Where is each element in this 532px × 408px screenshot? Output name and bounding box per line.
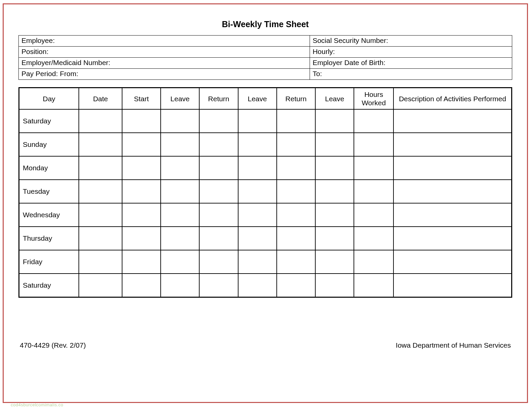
table-row: Saturday	[19, 274, 512, 297]
table-row: Sunday	[19, 133, 512, 156]
document-frame: Bi-Weekly Time Sheet Employee: Social Se…	[3, 3, 528, 403]
col-leave-2: Leave	[238, 88, 277, 110]
col-date: Date	[79, 88, 122, 110]
cell	[79, 250, 122, 274]
employer-medicaid-label: Employer/Medicaid Number:	[19, 58, 310, 69]
cell	[122, 250, 161, 274]
cell	[354, 109, 393, 133]
cell	[393, 250, 512, 274]
col-hours-worked: Hours Worked	[354, 88, 393, 110]
employer-dob-label: Employer Date of Birth:	[310, 58, 512, 69]
col-return-2: Return	[277, 88, 315, 110]
col-description: Description of Activities Performed	[393, 88, 512, 110]
cell	[161, 250, 199, 274]
cell	[315, 133, 354, 156]
ssn-label: Social Security Number:	[310, 36, 512, 47]
form-reference: 470-4429 (Rev. 2/07)	[20, 341, 86, 349]
cell	[277, 227, 315, 250]
table-row: Wednesday	[19, 203, 512, 227]
cell	[79, 156, 122, 180]
cell	[199, 156, 238, 180]
cell	[122, 133, 161, 156]
cell	[161, 133, 199, 156]
cell	[354, 250, 393, 274]
day-cell: Sunday	[19, 133, 79, 156]
day-cell: Tuesday	[19, 180, 79, 203]
col-leave-1: Leave	[161, 88, 199, 110]
cell	[393, 274, 512, 297]
cell	[79, 133, 122, 156]
cell	[122, 227, 161, 250]
cell	[199, 274, 238, 297]
employee-label: Employee:	[19, 36, 310, 47]
info-row-employer: Employer/Medicaid Number: Employer Date …	[19, 58, 512, 69]
cell	[238, 203, 277, 227]
cell	[393, 203, 512, 227]
info-row-employee: Employee: Social Security Number:	[19, 36, 512, 47]
cell	[393, 227, 512, 250]
cell	[199, 203, 238, 227]
cell	[315, 180, 354, 203]
page-title: Bi-Weekly Time Sheet	[18, 19, 512, 29]
cell	[315, 227, 354, 250]
agency-name: Iowa Department of Human Services	[396, 341, 511, 349]
cell	[277, 274, 315, 297]
pay-period-to-label: To:	[310, 69, 512, 80]
cell	[393, 156, 512, 180]
cell	[277, 180, 315, 203]
cell	[161, 109, 199, 133]
col-return-1: Return	[199, 88, 238, 110]
timesheet-grid-wrap: Day Date Start Leave Return Leave Return…	[18, 87, 512, 298]
cell	[238, 109, 277, 133]
cell	[79, 109, 122, 133]
cell	[79, 180, 122, 203]
table-row: Saturday	[19, 109, 512, 133]
cell	[354, 180, 393, 203]
cell	[199, 180, 238, 203]
timesheet-table: Day Date Start Leave Return Leave Return…	[18, 87, 512, 298]
cell	[161, 227, 199, 250]
pay-period-from-label: Pay Period: From:	[19, 69, 310, 80]
cell	[315, 203, 354, 227]
cell	[238, 250, 277, 274]
cell	[315, 274, 354, 297]
cell	[122, 274, 161, 297]
cell	[238, 180, 277, 203]
cell	[277, 156, 315, 180]
cell	[315, 109, 354, 133]
day-cell: Monday	[19, 156, 79, 180]
timesheet-header-row: Day Date Start Leave Return Leave Return…	[19, 88, 512, 110]
position-label: Position:	[19, 47, 310, 58]
cell	[354, 133, 393, 156]
cell	[277, 109, 315, 133]
col-leave-3: Leave	[315, 88, 354, 110]
cell	[238, 156, 277, 180]
cell	[161, 274, 199, 297]
col-start: Start	[122, 88, 161, 110]
cell	[277, 133, 315, 156]
day-cell: Saturday	[19, 274, 79, 297]
cell	[238, 227, 277, 250]
cell	[161, 180, 199, 203]
table-row: Friday	[19, 250, 512, 274]
col-day: Day	[19, 88, 79, 110]
cell	[122, 203, 161, 227]
table-row: Tuesday	[19, 180, 512, 203]
cell	[199, 250, 238, 274]
footer-row: 470-4429 (Rev. 2/07) Iowa Department of …	[18, 341, 512, 349]
table-row: Thursday	[19, 227, 512, 250]
day-cell: Wednesday	[19, 203, 79, 227]
cell	[161, 156, 199, 180]
table-row: Monday	[19, 156, 512, 180]
cell	[354, 156, 393, 180]
cell	[79, 203, 122, 227]
info-table: Employee: Social Security Number: Positi…	[18, 35, 512, 80]
cell	[79, 227, 122, 250]
cell	[199, 133, 238, 156]
watermark-text: cod4sburcelcomimalis.co	[11, 402, 63, 407]
cell	[122, 109, 161, 133]
day-cell: Thursday	[19, 227, 79, 250]
cell	[393, 133, 512, 156]
cell	[238, 133, 277, 156]
cell	[122, 156, 161, 180]
